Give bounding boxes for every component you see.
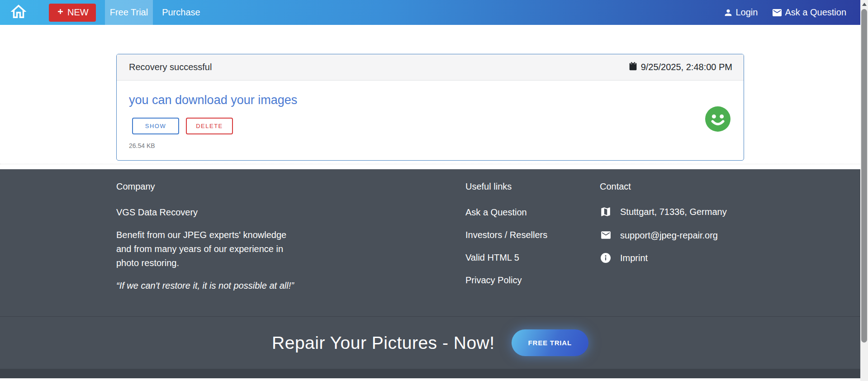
company-name-link[interactable]: VGS Data Recovery	[116, 206, 465, 219]
home-icon	[9, 2, 28, 23]
contact-email-row: support@jpeg-repair.org	[600, 229, 744, 241]
company-description: Benefit from our JPEG experts' knowledge…	[116, 228, 299, 270]
map-icon	[600, 206, 612, 218]
footer-link-investors-resellers[interactable]: Investors / Resellers	[465, 229, 600, 242]
scroll-up-button[interactable]	[860, 0, 868, 9]
smiley-face-icon	[705, 106, 730, 132]
recovery-result-card: Recovery successful 9/25/2025, 2:48:00 P…	[116, 54, 744, 161]
tab-purchase-label: Purchase	[162, 7, 200, 18]
card-body: you can download your images SHOW DELETE…	[117, 81, 744, 160]
card-header: Recovery successful 9/25/2025, 2:48:00 P…	[117, 54, 744, 81]
person-icon	[723, 8, 733, 18]
envelope-icon	[772, 7, 783, 18]
contact-location-row: Stuttgart, 71336, Germany	[600, 206, 744, 218]
contact-location-text: Stuttgart, 71336, Germany	[620, 206, 727, 217]
calendar-icon	[628, 62, 638, 73]
delete-button[interactable]: DELETE	[186, 118, 233, 134]
useful-links-heading: Useful links	[465, 181, 600, 192]
new-button[interactable]: NEW	[49, 4, 96, 22]
tab-free-trial-label: Free Trial	[110, 7, 148, 18]
show-button[interactable]: SHOW	[132, 118, 179, 134]
contact-imprint-row: Imprint	[600, 252, 744, 263]
top-navbar: NEW Free Trial Purchase Login Ask a Ques…	[0, 0, 860, 25]
contact-email-link[interactable]: support@jpeg-repair.org	[620, 230, 718, 241]
tab-free-trial[interactable]: Free Trial	[105, 0, 153, 25]
footer: Company VGS Data Recovery Benefit from o…	[0, 169, 860, 369]
scroll-up-arrow-icon	[862, 3, 867, 6]
company-heading: Company	[116, 181, 465, 192]
card-title: Recovery successful	[129, 62, 212, 72]
download-message: you can download your images	[129, 93, 731, 107]
action-buttons: SHOW DELETE	[132, 118, 731, 134]
page: NEW Free Trial Purchase Login Ask a Ques…	[0, 0, 860, 378]
footer-company-column: Company VGS Data Recovery Benefit from o…	[116, 181, 465, 296]
card-timestamp: 9/25/2025, 2:48:00 PM	[628, 62, 732, 73]
ask-a-question-label: Ask a Question	[785, 7, 846, 18]
imprint-link[interactable]: Imprint	[620, 252, 648, 263]
cta-section: Repair Your Pictures - Now! FREE TRIAL	[0, 317, 860, 369]
company-quote: “If we can't restore it, it is not possi…	[116, 279, 299, 293]
free-trial-button[interactable]: FREE TRIAL	[512, 329, 588, 356]
home-button[interactable]	[9, 0, 28, 25]
footer-link-privacy-policy[interactable]: Privacy Policy	[465, 274, 600, 287]
main-content: Recovery successful 9/25/2025, 2:48:00 P…	[0, 25, 860, 164]
vertical-scrollbar[interactable]	[860, 0, 868, 381]
cta-heading: Repair Your Pictures - Now!	[272, 333, 495, 353]
pre-footer-rule	[0, 164, 860, 164]
ask-a-question-link[interactable]: Ask a Question	[772, 0, 846, 25]
footer-link-ask-a-question[interactable]: Ask a Question	[465, 206, 600, 219]
footer-contact-column: Contact Stuttgart, 71336, Germany	[600, 181, 744, 296]
login-link[interactable]: Login	[723, 0, 758, 25]
scrollbar-thumb[interactable]	[861, 9, 867, 343]
footer-link-valid-html5[interactable]: Valid HTML 5	[465, 251, 600, 264]
footer-useful-links-column: Useful links Ask a Question Investors / …	[465, 181, 600, 296]
info-circle-icon	[600, 252, 612, 263]
tab-purchase[interactable]: Purchase	[157, 0, 205, 25]
navbar-spacer	[205, 0, 724, 25]
login-label: Login	[735, 7, 758, 18]
new-button-label: NEW	[67, 7, 89, 18]
plus-icon	[56, 7, 65, 18]
contact-heading: Contact	[600, 181, 744, 192]
file-size-label: 26.54 KB	[129, 142, 731, 149]
bottom-bar	[0, 369, 860, 378]
timestamp-text: 9/25/2025, 2:48:00 PM	[641, 62, 732, 72]
footer-columns: Company VGS Data Recovery Benefit from o…	[116, 169, 744, 296]
envelope-icon	[600, 229, 612, 241]
